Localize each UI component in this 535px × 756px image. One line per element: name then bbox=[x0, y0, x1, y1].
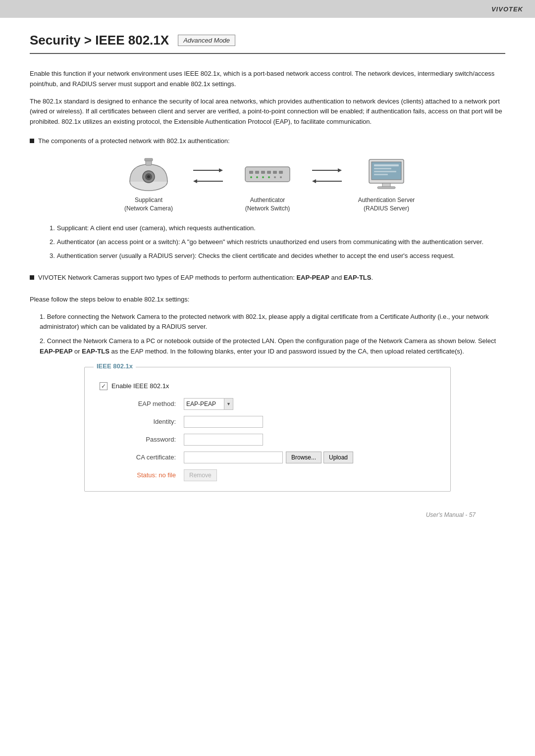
arrows-1 bbox=[193, 166, 223, 200]
steps-list: 1.Before connecting the Network Camera t… bbox=[30, 312, 505, 357]
ca-cert-row: CA certificate: Browse... Upload bbox=[100, 452, 435, 463]
right-arrow-1 bbox=[193, 166, 223, 174]
bullet-icon bbox=[30, 139, 34, 143]
svg-marker-9 bbox=[193, 179, 197, 183]
svg-point-17 bbox=[250, 176, 252, 178]
auth-server-label: Authentication Server(RADIUS Server) bbox=[358, 196, 415, 213]
svg-rect-11 bbox=[249, 171, 253, 174]
diagram-item-supplicant: Supplicant(Network Camera) bbox=[104, 153, 193, 213]
ca-cert-label: CA certificate: bbox=[109, 454, 184, 461]
footer: User's Manual - 57 bbox=[30, 502, 505, 523]
main-content: Security > IEEE 802.1X Advanced Mode Ena… bbox=[0, 18, 535, 553]
list-item-3: 3.Authentication server (usually a RADIU… bbox=[50, 251, 505, 261]
advanced-mode-button[interactable]: Advanced Mode bbox=[178, 35, 235, 46]
svg-rect-34 bbox=[374, 174, 388, 175]
enable-label: Enable IEEE 802.1x bbox=[111, 382, 169, 390]
svg-marker-24 bbox=[338, 168, 342, 172]
svg-rect-5 bbox=[145, 158, 153, 161]
svg-marker-26 bbox=[312, 179, 316, 183]
svg-rect-13 bbox=[261, 171, 265, 174]
identity-row: Identity: bbox=[100, 416, 435, 428]
svg-rect-14 bbox=[267, 171, 271, 174]
intro-para2: The 802.1x standard is designed to enhan… bbox=[30, 97, 505, 127]
eap-bullet-text: VIVOTEK Network Cameras support two type… bbox=[38, 274, 373, 281]
remove-button[interactable]: Remove bbox=[184, 469, 217, 481]
left-arrow-1 bbox=[193, 177, 223, 185]
identity-label: Identity: bbox=[109, 418, 184, 425]
list-item-1: 1.Supplicant: A client end user (camera)… bbox=[50, 223, 505, 234]
svg-rect-12 bbox=[255, 171, 259, 174]
eap-method-row: EAP method: EAP-PEAP ▼ bbox=[100, 398, 435, 410]
list-item-2: 2.Authenticator (an access point or a sw… bbox=[50, 237, 505, 248]
svg-rect-16 bbox=[279, 171, 283, 174]
svg-rect-10 bbox=[245, 167, 290, 182]
components-list: 1.Supplicant: A client end user (camera)… bbox=[40, 223, 505, 261]
diagram-bullet-text: The components of a protected network wi… bbox=[38, 137, 230, 145]
password-input[interactable] bbox=[184, 434, 263, 446]
supplicant-label: Supplicant(Network Camera) bbox=[124, 196, 173, 213]
status-label: Status: no file bbox=[109, 471, 184, 479]
eap-method-select[interactable]: EAP-PEAP ▼ bbox=[184, 398, 233, 410]
page-title: Security > IEEE 802.1X bbox=[30, 33, 169, 48]
diagram-item-authenticator: Authenticator(Network Switch) bbox=[223, 153, 312, 213]
svg-marker-7 bbox=[219, 168, 223, 172]
svg-point-21 bbox=[274, 176, 276, 178]
enable-checkbox-row[interactable]: ✓ Enable IEEE 802.1x bbox=[100, 382, 435, 390]
footer-text: User's Manual - 57 bbox=[426, 511, 476, 518]
diagram-bullet: The components of a protected network wi… bbox=[30, 137, 505, 145]
diagram-section: The components of a protected network wi… bbox=[30, 137, 505, 213]
camera-icon bbox=[121, 153, 176, 193]
arrows-2 bbox=[312, 166, 342, 200]
eap-method-label: EAP method: bbox=[109, 400, 184, 407]
diagram-item-auth-server: Authentication Server(RADIUS Server) bbox=[342, 153, 431, 213]
eap-bullet-row: VIVOTEK Network Cameras support two type… bbox=[30, 274, 505, 281]
svg-point-18 bbox=[256, 176, 258, 178]
password-row: Password: bbox=[100, 434, 435, 446]
identity-input[interactable] bbox=[184, 416, 263, 428]
svg-point-19 bbox=[262, 176, 264, 178]
ca-cert-input[interactable] bbox=[184, 452, 283, 463]
svg-point-22 bbox=[280, 176, 282, 178]
eap-dropdown-arrow-icon[interactable]: ▼ bbox=[224, 399, 233, 409]
svg-rect-30 bbox=[377, 187, 395, 189]
step-1: 1.Before connecting the Network Camera t… bbox=[40, 312, 505, 333]
eap-method-value: EAP-PEAP bbox=[184, 401, 224, 407]
upload-button[interactable]: Upload bbox=[323, 452, 353, 463]
svg-point-20 bbox=[268, 176, 270, 178]
left-arrow-2 bbox=[312, 177, 342, 185]
svg-rect-31 bbox=[374, 164, 399, 166]
step-2: 2.Connect the Network Camera to a PC or … bbox=[40, 336, 505, 357]
monitor-icon bbox=[359, 153, 414, 193]
svg-rect-33 bbox=[374, 171, 396, 172]
top-bar: VIVOTEK bbox=[0, 0, 535, 18]
svg-point-3 bbox=[147, 175, 150, 178]
status-row: Status: no file Remove bbox=[100, 469, 435, 481]
password-label: Password: bbox=[109, 436, 184, 443]
right-arrow-2 bbox=[312, 166, 342, 174]
page: VIVOTEK Security > IEEE 802.1X Advanced … bbox=[0, 0, 535, 756]
ieee-box-title: IEEE 802.1x bbox=[94, 362, 136, 370]
intro-para1: Enable this function if your network env… bbox=[30, 69, 505, 90]
authenticator-label: Authenticator(Network Switch) bbox=[245, 196, 290, 213]
ieee-form-box: IEEE 802.1x ✓ Enable IEEE 802.1x EAP met… bbox=[84, 367, 451, 492]
enable-checkbox[interactable]: ✓ bbox=[100, 382, 107, 390]
brand-label: VIVOTEK bbox=[491, 5, 523, 13]
switch-icon bbox=[240, 153, 295, 193]
svg-rect-15 bbox=[273, 171, 277, 174]
eap-bullet-icon bbox=[30, 275, 34, 280]
browse-button[interactable]: Browse... bbox=[286, 452, 321, 463]
steps-intro: Please follow the steps below to enable … bbox=[30, 295, 505, 305]
page-title-row: Security > IEEE 802.1X Advanced Mode bbox=[30, 33, 505, 54]
svg-rect-32 bbox=[374, 168, 391, 169]
diagram-row: Supplicant(Network Camera) bbox=[30, 153, 505, 213]
